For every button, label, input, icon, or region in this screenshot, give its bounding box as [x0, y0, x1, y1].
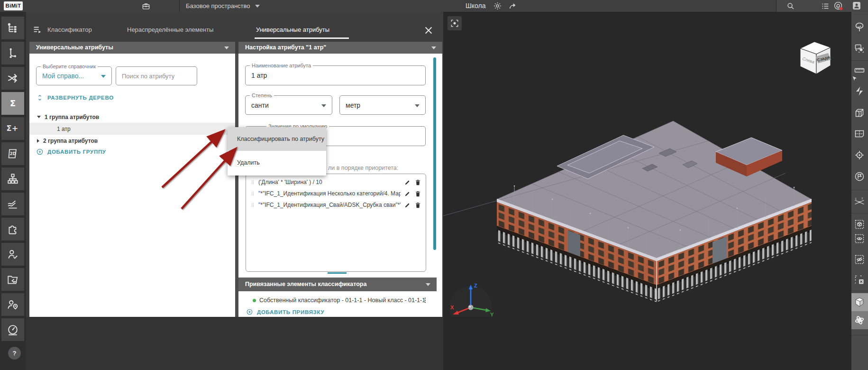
context-menu-item-классифицировать-по-атрибуту[interactable]: Классифицировать по атрибуту	[228, 127, 326, 151]
formula-row[interactable]: "*"IFC_1_Идентификация Несколько категор…	[246, 188, 426, 199]
degree-select[interactable]: Степень санти	[245, 95, 332, 115]
cube-solid-icon[interactable]	[854, 296, 865, 308]
sidebar-tool-folder-transfer[interactable]	[1, 268, 24, 291]
notifications-bell-icon[interactable]	[833, 1, 843, 11]
drag-handle-icon[interactable]	[250, 201, 255, 209]
target-icon[interactable]	[854, 149, 865, 161]
close-icon[interactable]	[423, 25, 434, 36]
sidebar-tool-shuffle[interactable]	[1, 67, 24, 90]
delete-trash-icon[interactable]	[414, 190, 421, 197]
user-check-icon	[7, 248, 19, 260]
universal-attributes-panel-header[interactable]: Универсальные атрибуты	[29, 42, 235, 54]
bound-classifier-item[interactable]: Собственный классификатор - 01-1-1 - Нов…	[259, 297, 425, 304]
tree-nature-icon[interactable]	[854, 21, 865, 33]
axis-gizmo[interactable]: Z X Y	[448, 281, 494, 317]
add-group-link[interactable]: ДОБАВИТЬ ГРУППУ	[36, 148, 106, 156]
share-icon[interactable]	[508, 1, 517, 10]
navigation-cube[interactable]: Слева Сзади	[796, 38, 835, 77]
sidebar-tool-gauge[interactable]	[1, 318, 24, 341]
chevron-down-icon[interactable]	[415, 104, 420, 107]
formula-list: ('Длина' * 'Ширина' ) / 10"*"IFC_1_Идент…	[246, 174, 426, 272]
kebab-menu-icon[interactable]	[421, 296, 429, 305]
eye-dashed-icon[interactable]	[854, 233, 865, 244]
tab-active-универсальные-атрибуты[interactable]: Универсальные атрибуты	[256, 23, 329, 37]
sidebar-tool-hierarchy-tree[interactable]	[1, 17, 24, 39]
attribute-name-label: Наименование атрибута	[250, 63, 313, 68]
briefcase-icon[interactable]	[141, 1, 151, 11]
app-logo[interactable]: BiMiT	[4, 1, 23, 10]
sidebar-tool-trend-chart[interactable]	[1, 193, 24, 215]
flag-circle-icon[interactable]	[854, 171, 865, 182]
bound-elements-panel-header[interactable]: Привязанные элементы классификатора	[238, 278, 437, 291]
edit-pencil-icon[interactable]	[404, 190, 411, 197]
panel-scrollbar[interactable]	[235, 54, 238, 317]
caret-down-icon[interactable]	[37, 116, 41, 118]
expand-tree-link[interactable]: РАЗВЕРНУТЬ ДЕРЕВО	[36, 94, 114, 102]
resize-handle[interactable]	[328, 272, 347, 274]
drag-handle-icon[interactable]	[250, 178, 255, 186]
help-button[interactable]: ?	[8, 347, 21, 360]
chevron-down-icon[interactable]	[431, 46, 436, 49]
reference-select[interactable]: Выберите справочник Мой справо...	[36, 66, 112, 85]
collapse-panel-icon[interactable]	[32, 25, 43, 35]
universal-attributes-panel-body	[29, 54, 235, 317]
plus-circle-icon	[36, 148, 44, 156]
active-tab-underline	[255, 37, 349, 39]
focus-model-button[interactable]	[448, 16, 462, 30]
sidebar-tool-user-check[interactable]	[1, 243, 24, 266]
sidebar-tool-sheet-2d[interactable]: 2D	[1, 142, 24, 165]
sidebar-tool-geometry-branch[interactable]	[1, 42, 24, 65]
formula-row[interactable]: ('Длина' * 'Ширина' ) / 10	[246, 176, 426, 188]
tab-нераспределённые-элементы[interactable]: Нераспределённые элементы	[127, 23, 213, 37]
cursor-icon	[852, 76, 857, 81]
chevron-down-icon[interactable]	[255, 5, 260, 8]
user-avatar-icon[interactable]	[852, 1, 861, 10]
eye-off-dashed-icon[interactable]	[854, 254, 865, 265]
attribute-settings-panel-header[interactable]: Настройка атрибута "1 атр"	[238, 42, 442, 54]
search-icon[interactable]	[786, 1, 795, 10]
attribute-search-input[interactable]	[116, 66, 197, 85]
attribute-name-field[interactable]: Наименование атрибута 1 атр	[245, 65, 426, 85]
flash-icon[interactable]	[854, 85, 865, 97]
delete-trash-icon[interactable]	[414, 179, 421, 186]
tab-классификатор[interactable]: Классификатор	[47, 23, 92, 37]
floor-plan-icon[interactable]	[854, 128, 865, 139]
ruler-icon[interactable]	[854, 65, 865, 76]
chevron-down-icon[interactable]	[321, 104, 326, 107]
workspace-selector[interactable]: Базовое пространство	[186, 0, 250, 12]
gear-icon[interactable]	[493, 1, 502, 10]
unit-select-value: метр	[346, 102, 360, 109]
orbit-icon[interactable]	[854, 314, 865, 326]
sidebar-tool-plugin-puzzle[interactable]	[1, 218, 24, 240]
deselect-dashed-icon[interactable]	[854, 274, 865, 286]
select-objects-icon[interactable]	[854, 43, 865, 54]
tree-row-1-группа-атрибутов[interactable]: 1 группа атрибутов	[29, 111, 235, 123]
formula-row[interactable]: "*"IFC_1_Идентификация_Свай/ADSK_Срубка …	[246, 199, 426, 211]
list-menu-icon[interactable]	[821, 2, 830, 10]
drag-handle-icon[interactable]	[250, 190, 255, 197]
sidebar-tool-sum-attributes[interactable]: Σ	[1, 92, 24, 115]
chevron-down-icon[interactable]	[426, 283, 430, 286]
crossed-axes-icon[interactable]: 12	[854, 196, 865, 208]
plus-circle-icon	[246, 308, 253, 315]
3d-viewport[interactable]: Слева Сзади Z X Y	[443, 12, 851, 370]
sidebar-tool-user-location[interactable]	[1, 293, 24, 316]
sidebar-tool-sum-add[interactable]: Σ+	[1, 117, 24, 140]
chevron-down-icon[interactable]	[101, 75, 106, 78]
sum-add-icon: Σ+	[7, 122, 19, 135]
context-menu-item-удалить[interactable]: Удалить	[228, 151, 326, 175]
add-binding-link[interactable]: ДОБАВИТЬ ПРИВЯЗКУ	[246, 308, 324, 315]
sidebar-tool-org-chart[interactable]	[1, 167, 24, 190]
panel-scrollbar-thumb[interactable]	[433, 57, 436, 250]
priority-label: ли в порядке приоритета:	[328, 165, 398, 171]
caret-right-icon[interactable]	[37, 139, 39, 143]
tree-row-1-атр[interactable]: 1 атр	[29, 123, 235, 135]
chevron-down-icon[interactable]	[224, 46, 229, 49]
cube-dashed-icon[interactable]	[854, 219, 865, 230]
edit-pencil-icon[interactable]	[404, 202, 411, 209]
unit-select[interactable]: метр	[339, 95, 426, 115]
box-3d-icon[interactable]	[854, 107, 865, 119]
delete-trash-icon[interactable]	[414, 202, 421, 209]
edit-pencil-icon[interactable]	[404, 179, 411, 186]
tree-row-2-группа-атрибутов[interactable]: 2 группа атрибутов	[29, 135, 235, 147]
